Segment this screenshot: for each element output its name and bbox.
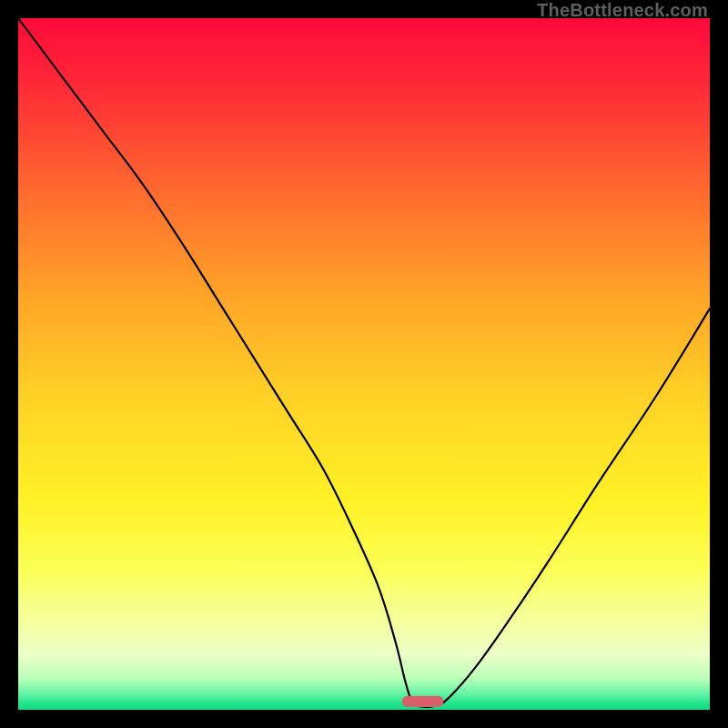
chart-svg (18, 18, 710, 710)
chart-frame: TheBottleneck.com (0, 0, 728, 728)
optimal-marker (402, 696, 444, 707)
gradient-background (18, 18, 710, 710)
plot-area (18, 18, 710, 710)
